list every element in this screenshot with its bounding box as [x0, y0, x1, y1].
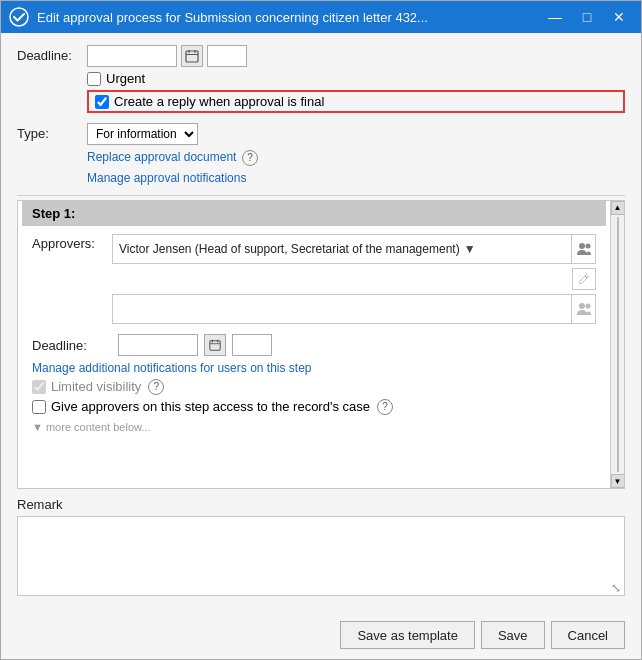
remark-label: Remark	[17, 497, 625, 512]
replace-link-row: Replace approval document ?	[87, 149, 625, 166]
scrollbar-down-button[interactable]: ▼	[611, 474, 625, 488]
step-time-input[interactable]	[232, 334, 272, 356]
replace-help-icon[interactable]: ?	[242, 150, 258, 166]
give-access-label: Give approvers on this step access to th…	[51, 399, 370, 414]
type-label: Type:	[17, 123, 87, 141]
approver-container: Victor Jensen (Head of support, Secretar…	[112, 234, 596, 328]
svg-point-8	[585, 303, 590, 308]
step-calendar-icon	[209, 339, 221, 351]
titlebar: Edit approval process for Submission con…	[1, 1, 641, 33]
steps-section[interactable]: ▲ ▼ Step 1: Approvers:	[17, 200, 625, 490]
minimize-button[interactable]: —	[541, 7, 569, 27]
step-1-content: Approvers: Victor Jensen (Head of suppor…	[22, 226, 606, 443]
close-button[interactable]: ✕	[605, 7, 633, 27]
approvers-label: Approvers:	[32, 234, 112, 251]
approvers-row: Approvers: Victor Jensen (Head of suppor…	[32, 234, 596, 328]
deadline-inputs	[87, 45, 625, 67]
limited-visibility-row: Limited visibility ?	[32, 379, 596, 395]
create-reply-label[interactable]: Create a reply when approval is final	[114, 94, 324, 109]
window-icon	[9, 7, 29, 27]
save-button[interactable]: Save	[481, 621, 545, 649]
deadline-date-input[interactable]	[87, 45, 177, 67]
step-1-header: Step 1:	[22, 201, 606, 226]
step-manage-notifications-link[interactable]: Manage additional notifications for user…	[32, 361, 312, 375]
maximize-button[interactable]: □	[573, 7, 601, 27]
limited-visibility-checkbox[interactable]	[32, 380, 46, 394]
svg-rect-1	[186, 51, 198, 62]
scrollbar-up-button[interactable]: ▲	[611, 201, 625, 215]
step-deadline-date-input[interactable]	[118, 334, 198, 356]
edit-icon	[578, 273, 590, 285]
overflow-hint: ▼ more content below...	[32, 419, 596, 435]
urgent-row: Urgent	[87, 71, 625, 86]
deadline-controls: Urgent Create a reply when approval is f…	[87, 45, 625, 113]
content-area: Deadline:	[1, 33, 641, 615]
step-deadline-label: Deadline:	[32, 336, 112, 353]
approver-row-1: Victor Jensen (Head of support, Secretar…	[112, 234, 596, 264]
replace-approval-link[interactable]: Replace approval document	[87, 150, 236, 164]
step-deadline-row: Deadline:	[32, 334, 596, 356]
footer: Save as template Save Cancel	[1, 615, 641, 659]
type-select[interactable]: For information For approval For signatu…	[87, 123, 198, 145]
scrollbar-track: ▲ ▼	[610, 201, 624, 489]
approver-dropdown-arrow[interactable]: ▼	[464, 242, 476, 256]
window-title: Edit approval process for Submission con…	[37, 10, 541, 25]
remark-textarea[interactable]	[17, 516, 625, 596]
window-controls: — □ ✕	[541, 7, 633, 27]
main-window: Edit approval process for Submission con…	[0, 0, 642, 660]
manage-notifications-row: Manage approval notifications	[87, 170, 625, 185]
separator-1	[17, 195, 625, 196]
manage-notifications-link[interactable]: Manage approval notifications	[87, 171, 246, 185]
limited-visibility-label: Limited visibility	[51, 379, 141, 394]
urgent-label[interactable]: Urgent	[106, 71, 145, 86]
give-access-row: Give approvers on this step access to th…	[32, 399, 596, 415]
svg-rect-9	[210, 340, 220, 349]
deadline-row: Deadline:	[17, 45, 625, 113]
give-access-checkbox[interactable]	[32, 400, 46, 414]
svg-point-7	[579, 303, 585, 309]
limited-visibility-help-icon[interactable]: ?	[148, 379, 164, 395]
cancel-button[interactable]: Cancel	[551, 621, 625, 649]
svg-point-0	[10, 8, 28, 26]
approver-people-icon-1[interactable]	[571, 235, 595, 263]
create-reply-highlighted: Create a reply when approval is final	[87, 90, 625, 113]
step-calendar-button[interactable]	[204, 334, 226, 356]
inner-scrollable: Step 1: Approvers: Victor Jensen (Head o…	[18, 201, 610, 443]
approver-row-2	[112, 294, 596, 324]
approver-name: Victor Jensen (Head of support, Secretar…	[113, 235, 571, 263]
deadline-calendar-button[interactable]	[181, 45, 203, 67]
save-template-button[interactable]: Save as template	[340, 621, 474, 649]
create-reply-checkbox[interactable]	[95, 95, 109, 109]
give-access-help-icon[interactable]: ?	[377, 399, 393, 415]
edit-icon-row	[112, 268, 596, 290]
svg-point-6	[585, 243, 590, 248]
type-controls: For information For approval For signatu…	[87, 123, 625, 185]
calendar-icon	[185, 49, 199, 63]
approver-row-2-text	[113, 295, 571, 323]
step-1-label: Step 1:	[32, 206, 75, 221]
remark-container: ⤡	[17, 516, 625, 599]
svg-point-5	[579, 243, 585, 249]
deadline-time-input[interactable]	[207, 45, 247, 67]
step-manage-link-row: Manage additional notifications for user…	[32, 360, 596, 375]
deadline-label: Deadline:	[17, 45, 87, 63]
approver-people-icon-2[interactable]	[571, 295, 595, 323]
resize-icon: ⤡	[611, 581, 621, 595]
remark-section: Remark ⤡	[17, 497, 625, 599]
edit-approver-button[interactable]	[572, 268, 596, 290]
urgent-checkbox[interactable]	[87, 72, 101, 86]
type-select-row: For information For approval For signatu…	[87, 123, 625, 145]
type-row: Type: For information For approval For s…	[17, 123, 625, 185]
